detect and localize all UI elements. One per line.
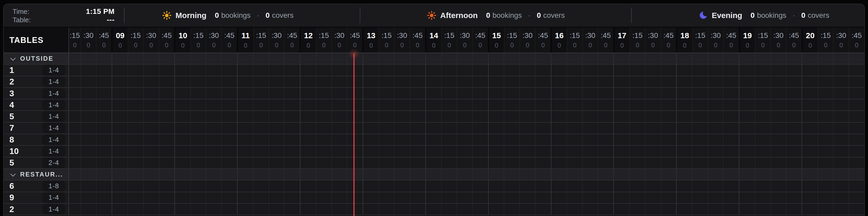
booking-slot-cell[interactable] bbox=[520, 134, 535, 145]
booking-slot-cell[interactable] bbox=[629, 99, 645, 110]
booking-slot-cell[interactable] bbox=[441, 134, 457, 145]
booking-slot-cell[interactable] bbox=[284, 99, 300, 110]
booking-slot-cell[interactable] bbox=[535, 88, 551, 99]
booking-slot-cell[interactable] bbox=[237, 99, 253, 110]
booking-slot-cell[interactable] bbox=[457, 111, 472, 122]
booking-slot-cell[interactable] bbox=[316, 111, 332, 122]
booking-slot-cell[interactable] bbox=[143, 53, 159, 64]
booking-slot-cell[interactable] bbox=[363, 204, 379, 215]
booking-slot-cell[interactable] bbox=[582, 134, 598, 145]
booking-slot-cell[interactable] bbox=[645, 65, 661, 75]
booking-slot-cell[interactable] bbox=[206, 192, 222, 203]
booking-slot-cell[interactable] bbox=[802, 111, 817, 122]
booking-slot-cell[interactable] bbox=[347, 99, 363, 110]
booking-slot-cell[interactable] bbox=[347, 111, 363, 122]
booking-slot-cell[interactable] bbox=[613, 53, 629, 64]
booking-slot-cell[interactable] bbox=[598, 169, 614, 180]
booking-slot-cell[interactable] bbox=[849, 65, 864, 75]
booking-slot-cell[interactable] bbox=[81, 53, 96, 64]
booking-slot-cell[interactable] bbox=[394, 88, 410, 99]
booking-slot-cell[interactable] bbox=[755, 134, 771, 145]
booking-slot-cell[interactable] bbox=[833, 53, 849, 64]
booking-slot-cell[interactable] bbox=[237, 134, 253, 145]
booking-slot-cell[interactable] bbox=[755, 111, 771, 122]
booking-slot-cell[interactable] bbox=[441, 99, 457, 110]
booking-slot-cell[interactable] bbox=[96, 157, 112, 168]
booking-slot-cell[interactable] bbox=[363, 146, 379, 157]
booking-slot-cell[interactable] bbox=[96, 180, 112, 191]
booking-slot-cell[interactable] bbox=[472, 180, 488, 191]
booking-slot-cell[interactable] bbox=[739, 88, 755, 99]
booking-slot-cell[interactable] bbox=[629, 134, 645, 145]
booking-slot-cell[interactable] bbox=[535, 169, 551, 180]
booking-slot-cell[interactable] bbox=[582, 111, 598, 122]
booking-slot-cell[interactable] bbox=[363, 134, 379, 145]
booking-slot-cell[interactable] bbox=[394, 146, 410, 157]
booking-slot-cell[interactable] bbox=[692, 53, 708, 64]
booking-slot-cell[interactable] bbox=[81, 192, 96, 203]
booking-slot-cell[interactable] bbox=[723, 88, 739, 99]
booking-slot-cell[interactable] bbox=[629, 76, 645, 87]
booking-slot-cell[interactable] bbox=[472, 146, 488, 157]
booking-slot-cell[interactable] bbox=[739, 99, 755, 110]
booking-slot-cell[interactable] bbox=[253, 111, 269, 122]
booking-slot-cell[interactable] bbox=[488, 134, 504, 145]
booking-slot-cell[interactable] bbox=[723, 111, 739, 122]
booking-slot-cell[interactable] bbox=[112, 134, 128, 145]
booking-slot-cell[interactable] bbox=[425, 146, 441, 157]
booking-slot-cell[interactable] bbox=[206, 111, 222, 122]
booking-slot-cell[interactable] bbox=[253, 180, 269, 191]
booking-slot-cell[interactable] bbox=[221, 76, 237, 87]
booking-slot-cell[interactable] bbox=[363, 123, 379, 134]
booking-slot-cell[interactable] bbox=[190, 53, 206, 64]
booking-slot-cell[interactable] bbox=[347, 65, 363, 75]
booking-slot-cell[interactable] bbox=[723, 99, 739, 110]
booking-slot-cell[interactable] bbox=[143, 146, 159, 157]
booking-slot-cell[interactable] bbox=[535, 180, 551, 191]
booking-slot-cell[interactable] bbox=[708, 76, 723, 87]
booking-slot-cell[interactable] bbox=[300, 204, 316, 215]
booking-slot-cell[interactable] bbox=[159, 180, 175, 191]
booking-slot-cell[interactable] bbox=[159, 192, 175, 203]
booking-slot-cell[interactable] bbox=[81, 99, 96, 110]
booking-slot-cell[interactable] bbox=[69, 111, 81, 122]
booking-slot-cell[interactable] bbox=[159, 111, 175, 122]
booking-slot-cell[interactable] bbox=[520, 157, 535, 168]
booking-slot-cell[interactable] bbox=[535, 99, 551, 110]
booking-slot-cell[interactable] bbox=[143, 123, 159, 134]
booking-slot-cell[interactable] bbox=[661, 146, 676, 157]
booking-slot-cell[interactable] bbox=[112, 169, 128, 180]
booking-slot-cell[interactable] bbox=[676, 76, 692, 87]
booking-slot-cell[interactable] bbox=[802, 99, 817, 110]
booking-slot-cell[interactable] bbox=[504, 157, 520, 168]
booking-slot-cell[interactable] bbox=[175, 192, 190, 203]
booking-slot-cell[interactable] bbox=[833, 111, 849, 122]
booking-slot-cell[interactable] bbox=[472, 169, 488, 180]
booking-slot-cell[interactable] bbox=[96, 134, 112, 145]
booking-slot-cell[interactable] bbox=[284, 123, 300, 134]
booking-slot-cell[interactable] bbox=[221, 146, 237, 157]
booking-slot-cell[interactable] bbox=[849, 157, 864, 168]
booking-slot-cell[interactable] bbox=[849, 204, 864, 215]
booking-slot-cell[interactable] bbox=[676, 134, 692, 145]
booking-slot-cell[interactable] bbox=[692, 204, 708, 215]
booking-slot-cell[interactable] bbox=[143, 134, 159, 145]
booking-slot-cell[interactable] bbox=[817, 134, 833, 145]
booking-slot-cell[interactable] bbox=[598, 180, 614, 191]
booking-slot-cell[interactable] bbox=[802, 169, 817, 180]
booking-slot-cell[interactable] bbox=[69, 88, 81, 99]
table-row-header[interactable]: 101-4 bbox=[4, 146, 69, 157]
booking-slot-cell[interactable] bbox=[457, 146, 472, 157]
booking-slot-cell[interactable] bbox=[221, 53, 237, 64]
booking-slot-cell[interactable] bbox=[128, 134, 143, 145]
booking-slot-cell[interactable] bbox=[833, 134, 849, 145]
booking-slot-cell[interactable] bbox=[410, 65, 425, 75]
booking-slot-cell[interactable] bbox=[347, 157, 363, 168]
booking-slot-cell[interactable] bbox=[347, 180, 363, 191]
booking-slot-cell[interactable] bbox=[661, 134, 676, 145]
booking-slot-cell[interactable] bbox=[96, 123, 112, 134]
booking-slot-cell[interactable] bbox=[520, 180, 535, 191]
booking-slot-cell[interactable] bbox=[755, 169, 771, 180]
booking-slot-cell[interactable] bbox=[284, 111, 300, 122]
booking-slot-cell[interactable] bbox=[566, 123, 582, 134]
